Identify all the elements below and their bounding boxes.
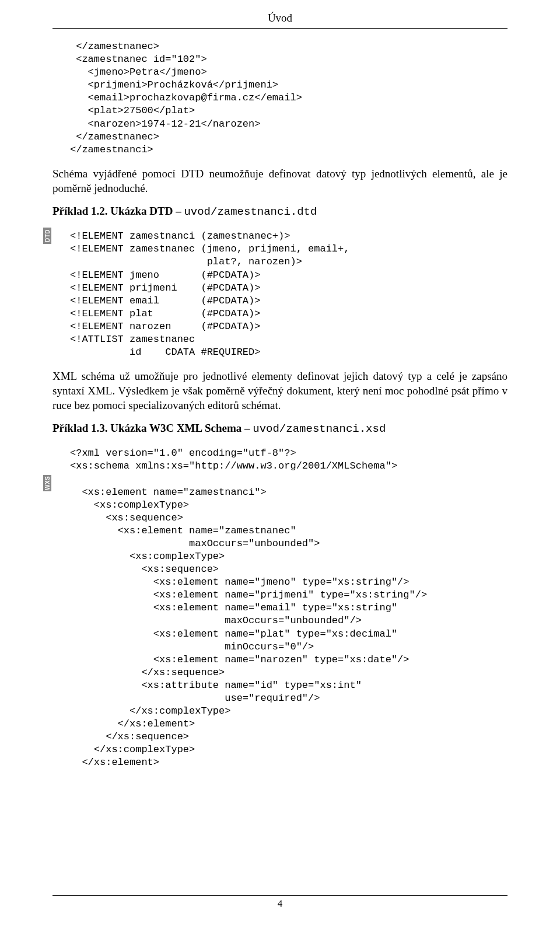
example-1-3-prefix: Příklad 1.3. Ukázka W3C XML Schema – — [52, 422, 253, 434]
example-1-3-filename: uvod/zamestnanci.xsd — [253, 422, 386, 435]
vertical-label-dtd: DTD — [43, 228, 51, 244]
code-block-dtd: <!ELEMENT zamestnanci (zamestnanec+)> <!… — [70, 230, 508, 359]
page-header-title: Úvod — [52, 12, 508, 25]
paragraph-xsd-intro: XML schéma už umožňuje pro jednotlivé el… — [52, 369, 508, 413]
paragraph-dtd-intro: Schéma vyjádřené pomocí DTD neumožňuje d… — [52, 167, 508, 195]
code-block-xsd: <?xml version="1.0" encoding="utf-8"?> <… — [70, 447, 508, 769]
page-number: 4 — [52, 898, 508, 910]
footer-rule — [52, 895, 508, 896]
example-1-2-heading: Příklad 1.2. Ukázka DTD – uvod/zamestnan… — [52, 205, 508, 218]
code-block-xml-fragment: </zamestnanec> <zamestnanec id="102"> <j… — [70, 40, 508, 156]
header-rule — [52, 28, 508, 29]
example-1-3-heading: Příklad 1.3. Ukázka W3C XML Schema – uvo… — [52, 422, 508, 435]
example-1-2-filename: uvod/zamestnanci.dtd — [184, 205, 317, 218]
vertical-label-wxs: WXS — [43, 475, 51, 491]
page-footer: 4 — [52, 895, 508, 910]
example-1-2-prefix: Příklad 1.2. Ukázka DTD – — [52, 205, 184, 217]
